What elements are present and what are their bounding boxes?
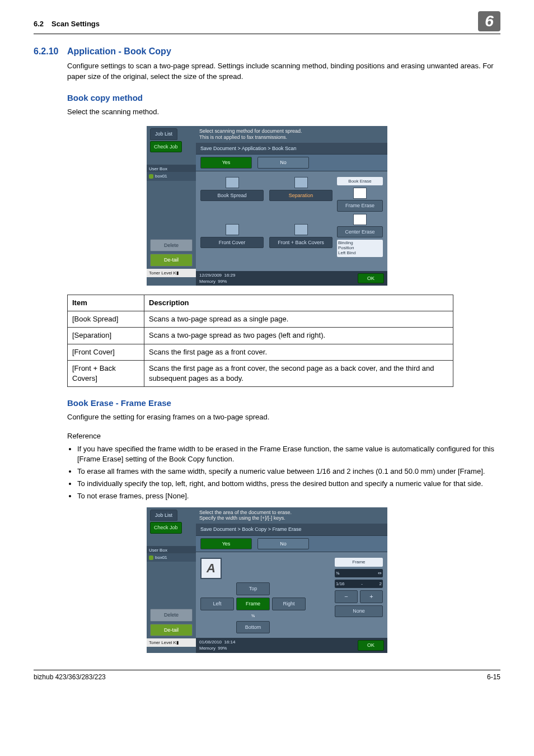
check-job-tab[interactable]: Check Job xyxy=(150,522,182,534)
footer-page: 6-15 xyxy=(487,673,500,682)
center-erase-button[interactable]: Center Erase xyxy=(337,226,383,238)
left-button[interactable]: Left xyxy=(200,598,234,610)
check-job-tab[interactable]: Check Job xyxy=(150,141,182,153)
ok-button[interactable]: OK xyxy=(358,273,384,284)
section-number: 6.2.10 xyxy=(34,45,67,58)
range-display: 1/16-2 xyxy=(335,580,383,588)
yes-button[interactable]: Yes xyxy=(200,538,252,550)
instruction-text: Select the area of the document to erase… xyxy=(196,507,387,524)
section-title: Application - Book Copy xyxy=(67,45,171,58)
plus-button[interactable]: + xyxy=(360,590,383,603)
book-erase-label: Book Erase xyxy=(337,177,383,185)
user-box-label: User Box xyxy=(147,546,196,553)
status-date: 01/08/2010 16:14Memory 99% xyxy=(199,639,236,651)
instruction-text: Select scanning method for document spre… xyxy=(196,126,387,143)
front-back-icon xyxy=(294,224,308,235)
list-item: To not erase frames, press [None]. xyxy=(77,491,500,501)
frame-erase-icon xyxy=(353,188,367,199)
table-header-item: Item xyxy=(68,295,144,311)
frame-label: Frame xyxy=(335,558,383,566)
gear-icon xyxy=(149,174,153,179)
table-row: [Front Cover] Scans the first page as a … xyxy=(68,344,453,360)
list-item: To individually specify the top, left, r… xyxy=(77,479,500,489)
right-button[interactable]: Right xyxy=(272,598,306,610)
header-section-title: Scan Settings xyxy=(51,20,100,28)
sub1-body: Select the scanning method. xyxy=(67,107,500,117)
chapter-badge: 6 xyxy=(478,11,500,31)
section-intro: Configure settings to scan a two-page sp… xyxy=(67,61,500,81)
reference-label: Reference xyxy=(67,431,500,441)
screenshot-book-copy: Job List Check Job User Box box01 Delete… xyxy=(147,126,387,286)
breadcrumb: Save Document > Book Copy > Frame Erase xyxy=(196,524,387,536)
reference-list: If you have specified the frame width to… xyxy=(67,444,500,502)
a-preview-icon: A xyxy=(200,558,222,579)
frame-button[interactable]: Frame xyxy=(236,598,270,610)
front-back-button[interactable]: Front + Back Covers xyxy=(269,237,332,249)
job-list-tab[interactable]: Job List xyxy=(150,510,177,521)
value-display: ⅜⇔ xyxy=(335,569,383,577)
delete-button[interactable]: Delete xyxy=(150,609,193,622)
page-footer: bizhub 423/363/283/223 6-15 xyxy=(34,670,500,682)
top-button[interactable]: Top xyxy=(236,582,270,595)
toner-level: Toner Level K▮ xyxy=(147,269,196,277)
job-list-tab[interactable]: Job List xyxy=(150,128,177,140)
list-item: If you have specified the frame width to… xyxy=(77,444,500,464)
no-button[interactable]: No xyxy=(257,157,309,169)
book-spread-button[interactable]: Book Spread xyxy=(200,190,264,202)
breadcrumb: Save Document > Application > Book Scan xyxy=(196,143,387,155)
no-button[interactable]: No xyxy=(257,538,309,550)
screenshot-frame-erase: Job List Check Job User Box box01 Delete… xyxy=(147,507,387,653)
minus-button[interactable]: − xyxy=(335,590,358,603)
page-header: 6.2Scan Settings 6 xyxy=(34,17,500,34)
book-copy-method-table: Item Description [Book Spread] Scans a t… xyxy=(67,295,453,387)
detail-button[interactable]: De-tail xyxy=(150,254,193,267)
ok-button[interactable]: OK xyxy=(358,640,384,651)
none-button[interactable]: None xyxy=(335,605,383,617)
front-cover-icon xyxy=(226,224,239,235)
frame-value: ⅜ xyxy=(236,613,270,619)
frame-erase-button[interactable]: Frame Erase xyxy=(337,200,383,212)
user-box-label: User Box xyxy=(147,165,196,172)
delete-button[interactable]: Delete xyxy=(150,239,193,252)
table-row: [Separation] Scans a two-page spread as … xyxy=(68,328,453,344)
table-header-desc: Description xyxy=(144,295,453,311)
book-spread-icon xyxy=(226,177,239,188)
table-row: [Book Spread] Scans a two-page spread as… xyxy=(68,311,453,328)
separation-button[interactable]: Separation xyxy=(269,190,332,202)
detail-button[interactable]: De-tail xyxy=(150,624,193,637)
gear-icon xyxy=(149,556,153,560)
subhead-book-erase: Book Erase - Frame Erase xyxy=(67,397,500,409)
bottom-button[interactable]: Bottom xyxy=(236,621,270,634)
separation-icon xyxy=(294,177,308,188)
table-row: [Front + Back Covers] Scans the first pa… xyxy=(68,360,453,386)
header-section-number: 6.2 xyxy=(34,20,44,28)
toner-level: Toner Level K▮ xyxy=(147,638,196,647)
footer-model: bizhub 423/363/283/223 xyxy=(34,673,106,682)
user-box-item[interactable]: box01 xyxy=(147,172,196,180)
front-cover-button[interactable]: Front Cover xyxy=(200,237,264,249)
user-box-item[interactable]: box01 xyxy=(147,553,196,562)
list-item: To erase all frames with the same width,… xyxy=(77,466,500,477)
subhead-book-copy-method: Book copy method xyxy=(67,92,500,104)
yes-button[interactable]: Yes xyxy=(200,157,252,169)
sub2-body: Configure the setting for erasing frames… xyxy=(67,412,500,422)
center-erase-icon xyxy=(353,214,367,225)
status-date: 12/29/2009 16:29Memory 99% xyxy=(199,272,236,284)
binding-position-box[interactable]: Binding Position Left Bind xyxy=(337,240,383,256)
